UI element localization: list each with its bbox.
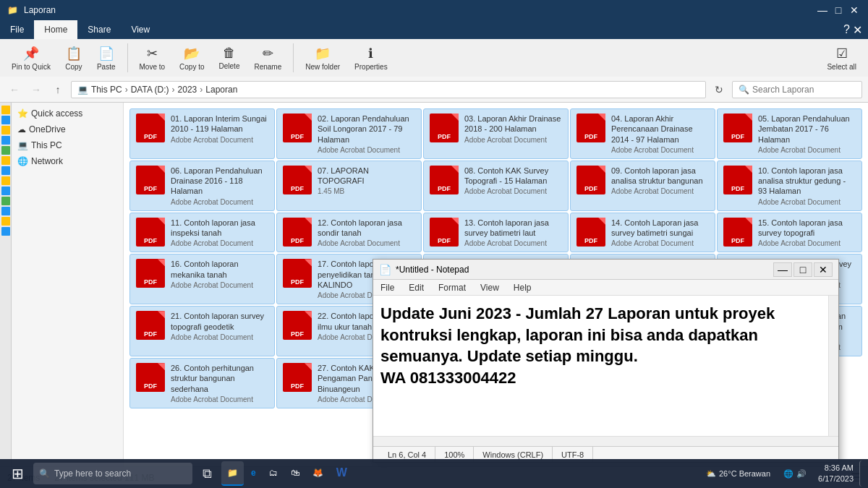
taskbar-edge[interactable]: e: [245, 461, 262, 486]
ribbon-close-icon[interactable]: ✕: [853, 23, 862, 37]
address-bar: ← → ↑ 💻 This PC › DATA (D:) › 2023 › Lap…: [0, 77, 868, 103]
list-item[interactable]: PDF 08. Contoh KAK Survey Topografi - 15…: [423, 160, 569, 211]
pin-button[interactable]: 📌 Pin to Quick: [6, 43, 56, 74]
menu-view[interactable]: View: [473, 280, 506, 295]
nav-thispc[interactable]: 💻 This PC: [12, 137, 123, 153]
strip-item-12[interactable]: [1, 217, 10, 226]
tab-view[interactable]: View: [121, 20, 160, 39]
up-button[interactable]: ↑: [49, 81, 67, 98]
network-tray-icon[interactable]: 🌐: [783, 469, 793, 479]
list-item[interactable]: PDF 04. Laporan Akhir Perencanaan Draina…: [570, 108, 715, 159]
notepad-textarea[interactable]: Update Juni 2023 - Jumlah 27 Laporan unt…: [373, 296, 838, 436]
taskbar-store[interactable]: 🛍: [285, 461, 305, 486]
breadcrumb-icon: 💻: [77, 85, 88, 95]
notepad-maximize[interactable]: □: [793, 262, 812, 277]
file-type: Adobe Acrobat Document: [318, 239, 415, 247]
list-item[interactable]: PDF 14. Contoh Laporan jasa survey batim…: [570, 213, 715, 253]
breadcrumb-thispc[interactable]: This PC: [91, 85, 122, 95]
menu-format[interactable]: Format: [431, 280, 473, 295]
taskbar-word[interactable]: W: [331, 461, 353, 486]
menu-help[interactable]: Help: [506, 280, 539, 295]
delete-button[interactable]: 🗑 Delete: [213, 43, 246, 73]
list-item[interactable]: PDF 03. Laporan Akhir Drainase 2018 - 20…: [423, 108, 569, 159]
strip-item-7[interactable]: [1, 166, 10, 175]
notepad-title-bar: 📄 *Untitled - Notepad — □ ✕: [373, 260, 838, 280]
paste-button[interactable]: 📄 Paste: [91, 43, 122, 74]
tab-share[interactable]: Share: [77, 20, 121, 39]
list-item[interactable]: PDF 21. Contoh laporan survey topografi …: [129, 306, 275, 356]
taskbar-search[interactable]: 🔍 Type here to search: [33, 463, 192, 484]
strip-item-1[interactable]: [1, 106, 10, 114]
maximize-button[interactable]: □: [832, 4, 845, 17]
file-type: Adobe Acrobat Document: [464, 239, 562, 247]
window-icon: 📁: [7, 5, 18, 15]
rename-button[interactable]: ✏ Rename: [248, 43, 287, 74]
strip-item-9[interactable]: [1, 187, 10, 195]
list-item[interactable]: PDF 10. Contoh laporan jasa analisa stru…: [717, 160, 862, 211]
pdf-icon: PDF: [136, 311, 165, 340]
strip-item-13[interactable]: [1, 227, 10, 236]
taskbar-files[interactable]: 🗂: [263, 461, 284, 486]
taskbar-firefox[interactable]: 🦊: [307, 461, 329, 486]
list-item[interactable]: PDF 07. LAPORAN TOPOGRAFI 1.45 MB: [276, 160, 422, 211]
copy-to-button[interactable]: 📂 Copy to: [174, 43, 210, 74]
close-button[interactable]: ✕: [848, 4, 861, 17]
select-all-button[interactable]: ☑ Select all: [821, 43, 862, 74]
search-input[interactable]: [752, 85, 861, 95]
tab-file[interactable]: File: [0, 20, 34, 39]
sys-icons: 🌐 🔊: [778, 469, 812, 479]
file-name: 01. Laporan Interim Sungai 2010 - 119 Ha…: [171, 114, 268, 134]
minimize-button[interactable]: —: [816, 4, 829, 17]
move-button[interactable]: ✂ Move to: [134, 43, 171, 74]
list-item[interactable]: PDF 09. Contoh laporan jasa analisa stru…: [570, 160, 715, 211]
strip-item-3[interactable]: [1, 126, 10, 134]
list-item[interactable]: PDF 05. Laporan Pendahuluan Jembatan 201…: [717, 108, 862, 159]
pdf-icon: PDF: [283, 166, 312, 194]
strip-item-5[interactable]: [1, 146, 10, 155]
properties-button[interactable]: ℹ Properties: [349, 43, 393, 74]
list-item[interactable]: PDF 01. Laporan Interim Sungai 2010 - 11…: [129, 108, 275, 159]
list-item[interactable]: PDF 26. Contoh perhitungan struktur bang…: [129, 358, 275, 408]
refresh-button[interactable]: ↻: [710, 81, 728, 98]
list-item[interactable]: PDF 02. Laporan Pendahuluan Soil Longora…: [276, 108, 422, 159]
strip-item-4[interactable]: [1, 136, 10, 145]
nav-onedrive[interactable]: ☁ OneDrive: [12, 121, 123, 137]
volume-icon[interactable]: 🔊: [796, 469, 807, 479]
start-button[interactable]: ⊞: [3, 461, 32, 487]
list-item[interactable]: PDF 12. Contoh laporan jasa sondir tanah…: [276, 213, 422, 253]
breadcrumb-2023[interactable]: 2023: [178, 85, 197, 95]
tab-home[interactable]: Home: [34, 20, 77, 39]
notepad-icon: 📄: [379, 264, 391, 275]
breadcrumb-data[interactable]: DATA (D:): [131, 85, 169, 95]
strip-item-2[interactable]: [1, 116, 10, 124]
back-button[interactable]: ←: [6, 81, 23, 98]
notepad-close[interactable]: ✕: [814, 262, 833, 277]
forward-button[interactable]: →: [27, 81, 45, 98]
notepad-scrollbar[interactable]: [828, 296, 838, 436]
file-type: 1.45 MB: [318, 187, 415, 195]
show-desktop-button[interactable]: [859, 461, 865, 487]
notepad-scrollbar-horizontal[interactable]: [373, 436, 838, 446]
list-item[interactable]: PDF 06. Laporan Pendahuluan Drainase 201…: [129, 160, 275, 211]
list-item[interactable]: PDF 15. Contoh laporan jasa survey topog…: [717, 213, 862, 253]
strip-item-10[interactable]: [1, 197, 10, 205]
taskbar-explorer[interactable]: 📁: [221, 461, 244, 486]
breadcrumb[interactable]: 💻 This PC › DATA (D:) › 2023 › Laporan: [71, 81, 706, 98]
menu-file[interactable]: File: [373, 280, 401, 295]
list-item[interactable]: PDF 13. Contoh laporan jasa survey batim…: [423, 213, 569, 253]
nav-network[interactable]: 🌐 Network: [12, 153, 123, 169]
list-item[interactable]: PDF 16. Contoh laporan mekanika tanah Ad…: [129, 254, 275, 304]
notepad-minimize[interactable]: —: [773, 262, 792, 277]
nav-quick-access[interactable]: ⭐ Quick access: [12, 106, 123, 121]
clock[interactable]: 8:36 AM 6/17/2023: [814, 463, 858, 485]
strip-item-8[interactable]: [1, 176, 10, 185]
breadcrumb-laporan[interactable]: Laporan: [205, 85, 237, 95]
list-item[interactable]: PDF 11. Contoh laporan jasa inspeksi tan…: [129, 213, 275, 253]
strip-item-6[interactable]: [1, 156, 10, 165]
menu-edit[interactable]: Edit: [401, 280, 431, 295]
new-folder-button[interactable]: 📁 New folder: [299, 43, 346, 74]
copy-button[interactable]: 📋 Copy: [59, 43, 88, 74]
ribbon-help-icon[interactable]: ?: [843, 23, 850, 36]
strip-item-11[interactable]: [1, 207, 10, 215]
task-view-button[interactable]: ⧉: [194, 461, 220, 487]
